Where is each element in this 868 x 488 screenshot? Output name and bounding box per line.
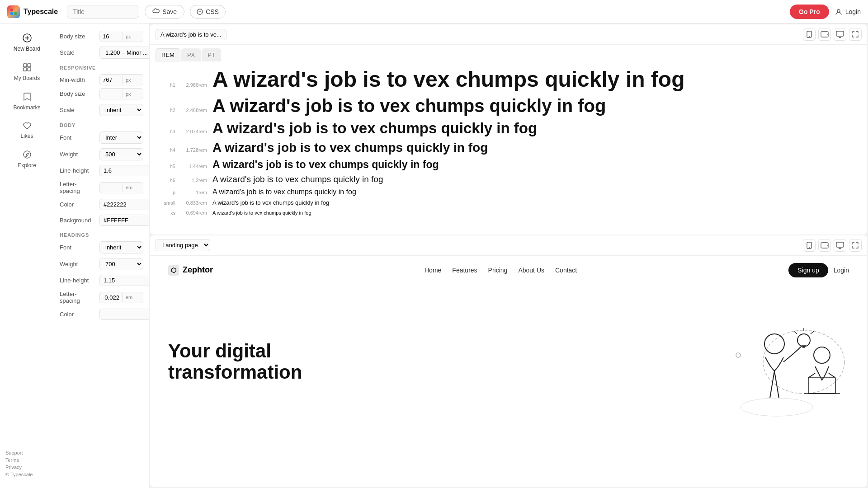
svg-rect-0 [10, 9, 13, 11]
h-line-height-row: Line-height [60, 275, 143, 286]
cloud-icon [152, 8, 160, 15]
typescale-tab-bar: REM PX PT [150, 45, 867, 61]
nav-link-contact[interactable]: Contact [555, 267, 577, 274]
sidebar-my-boards-label: My Boards [14, 75, 40, 81]
landing-logo: ⬡ Zephtor [168, 265, 213, 276]
headings-section-title: HEADINGS [60, 232, 143, 238]
login-button[interactable]: Login [835, 8, 861, 16]
weight-select[interactable]: 500 [99, 148, 143, 160]
type-row-tag: h1 [157, 82, 175, 88]
privacy-link[interactable]: Privacy [5, 465, 48, 470]
h-letter-spacing-input[interactable] [100, 292, 123, 303]
tab-px[interactable]: PX [181, 48, 201, 61]
sidebar-bookmarks-label: Bookmarks [13, 104, 40, 111]
type-row-text: A wizard's job is to vex chumps quickly … [212, 95, 606, 116]
landing-page-dropdown[interactable]: Landing page [156, 239, 210, 251]
type-row-tag: xs [157, 210, 175, 216]
weight-row: Weight 500 [60, 148, 143, 160]
svg-rect-16 [836, 31, 844, 36]
sidebar-item-new-board[interactable]: New Board [3, 29, 51, 56]
support-link[interactable]: Support [5, 450, 48, 455]
scale-label: Scale [60, 49, 96, 56]
svg-point-30 [814, 347, 830, 363]
title-input[interactable] [67, 5, 139, 19]
body-size-input[interactable] [100, 31, 123, 42]
min-width-input[interactable] [100, 75, 123, 85]
svg-point-32 [736, 353, 741, 357]
mobile-icon-btn[interactable] [803, 28, 816, 41]
landing-nav-actions: Sign up Login [788, 263, 849, 277]
landing-expand-btn[interactable] [849, 239, 862, 252]
resp-scale-label: Scale [60, 107, 96, 113]
svg-rect-14 [821, 32, 828, 37]
desktop-icon-btn[interactable] [834, 28, 846, 41]
color-input[interactable] [99, 199, 149, 210]
h-color-row: Color [60, 309, 143, 320]
landing-login-btn[interactable]: Login [834, 267, 849, 274]
type-row-tag: small [157, 200, 175, 206]
h-letter-spacing-row: Letter-spacing em [60, 291, 143, 304]
app-name: Typescale [24, 8, 58, 16]
tab-pt[interactable]: PT [202, 48, 221, 61]
sidebar-item-bookmarks[interactable]: Bookmarks [3, 88, 51, 115]
background-input[interactable] [99, 215, 149, 226]
nav-link-pricing[interactable]: Pricing [488, 267, 508, 274]
sidebar-item-my-boards[interactable]: My Boards [3, 58, 51, 86]
scale-select[interactable]: 1.200 – Minor ... [99, 47, 149, 59]
line-height-input[interactable] [99, 165, 149, 176]
color-row: Color [60, 199, 143, 210]
h-color-label: Color [60, 311, 96, 318]
svg-rect-8 [28, 64, 31, 67]
svg-rect-1 [14, 9, 17, 11]
boards-icon [23, 63, 32, 73]
sidebar-item-explore[interactable]: Explore [3, 145, 51, 173]
landing-mobile-btn[interactable] [803, 239, 816, 252]
type-row-size: 0.694rem [181, 210, 207, 216]
landing-hero-image [686, 303, 849, 421]
svg-point-5 [837, 9, 840, 12]
type-row-text: A wizard's job is to vex chumps quickly … [212, 200, 329, 206]
nav-link-home[interactable]: Home [425, 267, 441, 274]
tablet-icon-btn[interactable] [818, 28, 831, 41]
type-row-size: 2.986rem [181, 82, 207, 88]
resp-scale-select[interactable]: inherit [99, 104, 143, 116]
letter-spacing-row: Letter-spacing em [60, 181, 143, 194]
type-row-tag: h5 [157, 164, 175, 169]
letter-spacing-input[interactable] [100, 183, 123, 193]
resp-body-size-label: Body size [60, 90, 96, 97]
nav-link-features[interactable]: Features [452, 267, 477, 274]
font-select[interactable]: Inter [99, 131, 143, 144]
type-row: small 0.833rem A wizard's job is to vex … [150, 198, 867, 208]
save-button[interactable]: Save [145, 5, 184, 19]
board-title-button[interactable]: A wizard's job is to ve... [156, 29, 226, 40]
terms-link[interactable]: Terms [5, 457, 48, 463]
h-weight-select[interactable]: 700 [99, 258, 143, 270]
expand-icon-btn[interactable] [849, 28, 862, 41]
resp-body-size-input-group: px [99, 88, 143, 99]
sidebar-item-likes[interactable]: Likes [3, 117, 51, 144]
svg-rect-19 [821, 243, 828, 248]
landing-signup-btn[interactable]: Sign up [788, 263, 828, 277]
h-font-select[interactable]: inherit [99, 241, 143, 253]
type-row-size: 1.2rem [181, 178, 207, 183]
css-button[interactable]: CSS [190, 5, 226, 19]
landing-nav: ⬡ Zephtor Home Features Pricing About Us… [150, 256, 867, 285]
landing-hero: Your digital transformation [150, 285, 867, 421]
h-line-height-input[interactable] [99, 275, 149, 286]
go-pro-button[interactable]: Go Pro [790, 5, 829, 19]
type-row-size: 1.728rem [181, 147, 207, 153]
type-row: xs 0.694rem A wizard's job is to vex chu… [150, 208, 867, 218]
landing-desktop-btn[interactable] [834, 239, 846, 252]
color-label: Color [60, 201, 96, 208]
typescale-rows: h1 2.986rem A wizard's job is to vex chu… [150, 61, 867, 235]
type-row-tag: p [157, 190, 175, 195]
svg-line-28 [811, 331, 814, 334]
nav-link-about[interactable]: About Us [518, 267, 544, 274]
line-height-label: Line-height [60, 167, 96, 174]
h-weight-label: Weight [60, 261, 96, 267]
letter-spacing-label: Letter-spacing [60, 181, 96, 194]
h-color-input[interactable] [99, 309, 149, 320]
tab-rem[interactable]: REM [156, 48, 180, 61]
landing-tablet-btn[interactable] [818, 239, 831, 252]
resp-body-size-input[interactable] [100, 89, 123, 99]
